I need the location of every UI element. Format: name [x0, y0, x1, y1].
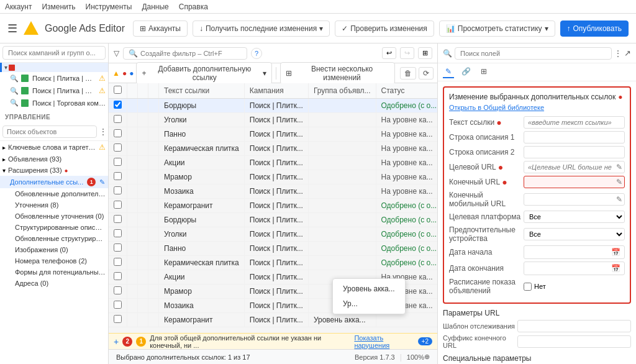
more-icon-right[interactable]: ⋮: [614, 49, 622, 58]
objects-search-input[interactable]: [2, 125, 97, 138]
cell-checkbox[interactable]: [109, 170, 127, 184]
sidebar-item-campaign-3[interactable]: 🔍 Поиск | Торговая компа...: [0, 97, 108, 109]
sidebar-item-lead-forms[interactable]: Формы для потенциальных к...: [0, 266, 108, 278]
edit-tab[interactable]: ✎: [443, 66, 454, 78]
final-url-edit-icon[interactable]: ✎: [616, 178, 622, 186]
menu-item-data[interactable]: Данные: [142, 2, 168, 11]
cell-checkbox[interactable]: [109, 284, 127, 299]
cell-checkbox[interactable]: [109, 299, 127, 313]
copy-tab[interactable]: ⊞: [478, 66, 489, 78]
final-url-suffix-input[interactable]: [517, 335, 631, 348]
table-row[interactable]: Керамическая плитка Поиск | Плитк... На …: [109, 142, 437, 156]
accounts-button[interactable]: ⊞ Аккаунты: [133, 20, 188, 37]
get-changes-button[interactable]: ↓ Получить последние изменения ▾: [193, 20, 330, 37]
check-changes-button[interactable]: ✓ Проверить изменения: [335, 20, 434, 37]
final-url-input[interactable]: [524, 176, 625, 188]
layout-toggle-button[interactable]: ⊞: [418, 47, 432, 59]
table-row[interactable]: Керамическая плитка Поиск | Плитк... Одо…: [109, 256, 437, 270]
cell-checkbox[interactable]: [109, 113, 127, 127]
edit-icon-sitelinks[interactable]: ✎: [99, 178, 105, 186]
menu-item-edit[interactable]: Изменить: [42, 2, 75, 11]
cell-checkbox[interactable]: [109, 270, 127, 284]
col-campaign[interactable]: Кампания: [244, 83, 308, 99]
cell-checkbox[interactable]: [109, 99, 127, 113]
sidebar-item-updated-callouts[interactable]: Обновленные уточнения (0): [0, 211, 108, 222]
sidebar-item-updated-structured[interactable]: Обновленные структурирова...: [0, 233, 108, 244]
mass-edit-button[interactable]: ⊞ Внести несколько изменений: [280, 62, 395, 84]
sidebar-item-campaign-2[interactable]: 🔍 Поиск | Плитка | Размер... ⚠: [0, 84, 108, 97]
link-text-input[interactable]: [524, 116, 625, 129]
campaign-search-input[interactable]: [2, 46, 106, 60]
cell-checkbox[interactable]: [109, 256, 127, 270]
add-sitelink-button[interactable]: + Добавить дополнительную ссылку ▾: [136, 62, 272, 84]
tracking-template-input[interactable]: [517, 320, 631, 332]
sidebar-item-images[interactable]: Изображения (0): [0, 244, 108, 255]
table-row[interactable]: Панно Поиск | Плитк... На уровне ка... Г…: [109, 127, 437, 142]
open-external-icon[interactable]: ↗: [624, 48, 631, 58]
publish-button[interactable]: ↑ Опубликовать: [560, 20, 629, 37]
table-row[interactable]: Уголки Поиск | Плитк... Одобрено (с о...…: [109, 227, 437, 242]
redo-button[interactable]: ↪: [400, 47, 414, 59]
open-library-link[interactable]: Открыть в Общей библиотеке: [449, 104, 625, 111]
show-violations-link[interactable]: Показать нарушения: [354, 334, 414, 349]
sidebar-item-campaign-1[interactable]: 🔍 Поиск | Плитка | Динам... ⚠: [0, 72, 108, 84]
col-status[interactable]: Статус: [376, 83, 437, 99]
filter-search-input[interactable]: [140, 50, 242, 57]
table-row[interactable]: Уголки Поиск | Плитк... На уровне ка... …: [109, 113, 437, 127]
table-row[interactable]: Керамогранит Поиск | Плитк... Уровень ак…: [109, 313, 437, 327]
field-search-input[interactable]: [455, 47, 612, 60]
sidebar-item-sitelinks[interactable]: Дополнительные ссы... 1 ✎: [0, 176, 108, 188]
cell-checkbox[interactable]: [109, 313, 127, 327]
zoom-icon[interactable]: ⊕: [424, 353, 430, 361]
delete-button[interactable]: 🗑: [400, 67, 416, 80]
cell-checkbox[interactable]: [109, 156, 127, 170]
link-tab[interactable]: 🔗: [459, 66, 473, 78]
sidebar-item-callouts[interactable]: Уточнения (8): [0, 199, 108, 211]
table-row[interactable]: Бордюры Поиск | Плитк... Одобрено (с о..…: [109, 99, 437, 113]
cell-checkbox[interactable]: [109, 127, 127, 142]
end-date-input[interactable]: 📅: [524, 262, 625, 275]
target-url-edit-icon[interactable]: ✎: [616, 163, 622, 171]
table-row[interactable]: Керамогранит Поиск | Плитк... Одобрено (…: [109, 199, 437, 213]
desc2-input[interactable]: [524, 146, 625, 158]
sidebar-item-addresses[interactable]: Адреса (0): [0, 278, 108, 289]
table-row[interactable]: Мозаика Поиск | Плитк... На уровне ка...…: [109, 184, 437, 199]
menu-item-help[interactable]: Справка: [179, 2, 208, 11]
dropdown-item-ur[interactable]: Ур...: [333, 296, 405, 311]
menu-item-account[interactable]: Аккаунт: [5, 2, 32, 11]
level-dropdown[interactable]: Уровень акка... Ур...: [332, 278, 406, 314]
cell-checkbox[interactable]: [109, 184, 127, 199]
more-options-icon[interactable]: ⋮: [99, 127, 107, 136]
sidebar-item-keywords[interactable]: ▸ Ключевые слова и таргети... ⚠: [0, 141, 108, 153]
sidebar-item-updated-sitelinks[interactable]: Обновленные дополнительн...: [0, 188, 108, 199]
col-checkbox[interactable]: [109, 83, 127, 99]
cell-checkbox[interactable]: [109, 199, 127, 213]
table-row[interactable]: Акции Поиск | Плитк... На уровне ка... Г…: [109, 156, 437, 170]
violation-count-badge[interactable]: +2: [418, 337, 432, 345]
target-platform-select[interactable]: Все: [524, 211, 625, 223]
menu-item-tools[interactable]: Инструменты: [86, 2, 132, 11]
refresh-button[interactable]: ⟳: [419, 67, 434, 80]
schedule-checkbox[interactable]: [524, 283, 532, 291]
help-icon[interactable]: ?: [251, 48, 262, 59]
sidebar-item-phones[interactable]: Номера телефонов (2): [0, 255, 108, 266]
calendar-icon-end[interactable]: 📅: [611, 264, 620, 273]
calendar-icon-start[interactable]: 📅: [611, 248, 620, 257]
table-row[interactable]: Панно Поиск | Плитк... Одобрено (с о... …: [109, 242, 437, 256]
sidebar-item-ads[interactable]: ▸ Объявления (93): [0, 153, 108, 165]
target-url-input[interactable]: [524, 161, 625, 173]
view-stats-button[interactable]: 📊 Просмотреть статистику ▾: [439, 20, 555, 37]
dropdown-item-account[interactable]: Уровень акка...: [333, 281, 405, 296]
cell-checkbox[interactable]: [109, 142, 127, 156]
col-group[interactable]: Группа объявл...: [308, 83, 376, 99]
final-mobile-url-edit-icon[interactable]: ✎: [616, 195, 622, 204]
hamburger-icon[interactable]: ☰: [7, 22, 17, 35]
cell-checkbox[interactable]: [109, 242, 127, 256]
desc1-input[interactable]: [524, 131, 625, 143]
undo-button[interactable]: ↩: [382, 47, 396, 59]
final-mobile-url-input[interactable]: [524, 193, 625, 206]
sidebar-item-extensions[interactable]: ▾ Расширения (33) ●: [0, 165, 108, 176]
select-all-checkbox[interactable]: [114, 86, 122, 94]
sidebar-item-structured[interactable]: Структурированные описани...: [0, 222, 108, 233]
col-link-text[interactable]: Текст ссылки: [159, 83, 245, 99]
